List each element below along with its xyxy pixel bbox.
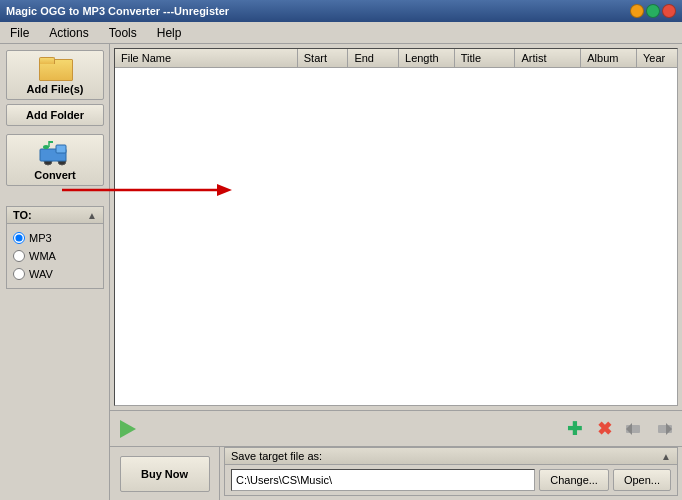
col-artist[interactable]: Artist — [515, 49, 581, 68]
menu-help[interactable]: Help — [151, 24, 188, 42]
wma-label: WMA — [29, 250, 56, 262]
save-header-label: Save target file as: — [231, 450, 322, 462]
col-start[interactable]: Start — [297, 49, 348, 68]
save-panel: Save target file as: ▲ Change... Open... — [224, 447, 678, 496]
window-controls — [630, 4, 676, 18]
remove-track-button[interactable]: ✖ — [592, 417, 616, 441]
buy-now-button[interactable]: Buy Now — [120, 456, 210, 492]
save-collapse-icon[interactable]: ▲ — [661, 451, 671, 462]
to-section: TO: ▲ MP3 WMA WAV — [6, 206, 104, 289]
x-icon: ✖ — [597, 418, 612, 440]
col-year[interactable]: Year — [636, 49, 677, 68]
open-button[interactable]: Open... — [613, 469, 671, 491]
wav-radio[interactable] — [13, 268, 25, 280]
buy-now-section: Buy Now — [110, 447, 220, 500]
convert-label: Convert — [34, 169, 76, 181]
left-arrow-icon — [624, 419, 644, 439]
right-bottom: Save target file as: ▲ Change... Open... — [220, 447, 682, 500]
title-bar: Magic OGG to MP3 Converter ---Unregister — [0, 0, 682, 22]
window-title: Magic OGG to MP3 Converter ---Unregister — [6, 5, 229, 17]
wma-option[interactable]: WMA — [13, 250, 97, 262]
convert-button[interactable]: Convert — [6, 134, 104, 186]
play-button[interactable] — [116, 417, 140, 441]
file-table-container: File Name Start End Length Title Artist … — [114, 48, 678, 406]
col-end[interactable]: End — [348, 49, 399, 68]
left-panel: Add File(s) Add Folder Convert — [0, 44, 110, 500]
wav-label: WAV — [29, 268, 53, 280]
change-button[interactable]: Change... — [539, 469, 609, 491]
plus-icon: ✚ — [567, 418, 582, 440]
right-arrow-icon — [654, 419, 674, 439]
col-album[interactable]: Album — [581, 49, 637, 68]
add-folder-button[interactable]: Add Folder — [6, 104, 104, 126]
svg-marker-8 — [626, 423, 632, 435]
play-icon — [120, 420, 136, 438]
add-folder-label: Add Folder — [26, 109, 84, 121]
main-layout: Add File(s) Add Folder Convert — [0, 44, 682, 500]
wma-radio[interactable] — [13, 250, 25, 262]
move-left-button[interactable] — [622, 417, 646, 441]
col-filename[interactable]: File Name — [115, 49, 297, 68]
convert-icon — [38, 139, 72, 167]
right-panel: File Name Start End Length Title Artist … — [110, 44, 682, 500]
col-length[interactable]: Length — [399, 49, 455, 68]
menu-actions[interactable]: Actions — [43, 24, 94, 42]
collapse-arrow-icon[interactable]: ▲ — [87, 210, 97, 221]
folder-icon — [39, 55, 71, 81]
save-header: Save target file as: ▲ — [225, 448, 677, 465]
close-button[interactable] — [662, 4, 676, 18]
to-content: MP3 WMA WAV — [7, 224, 103, 288]
bottom-area: Buy Now Save target file as: ▲ Change...… — [110, 446, 682, 500]
svg-rect-6 — [49, 141, 53, 143]
add-files-button[interactable]: Add File(s) — [6, 50, 104, 100]
wav-option[interactable]: WAV — [13, 268, 97, 280]
menu-bar: File Actions Tools Help — [0, 22, 682, 44]
svg-point-4 — [43, 145, 49, 149]
mp3-radio[interactable] — [13, 232, 25, 244]
svg-marker-10 — [666, 423, 672, 435]
col-title[interactable]: Title — [454, 49, 515, 68]
save-path-input[interactable] — [231, 469, 535, 491]
mp3-label: MP3 — [29, 232, 52, 244]
to-label: TO: — [13, 209, 32, 221]
add-track-button[interactable]: ✚ — [562, 417, 586, 441]
maximize-button[interactable] — [646, 4, 660, 18]
to-header: TO: ▲ — [7, 207, 103, 224]
mp3-option[interactable]: MP3 — [13, 232, 97, 244]
save-content: Change... Open... — [225, 465, 677, 495]
menu-file[interactable]: File — [4, 24, 35, 42]
menu-tools[interactable]: Tools — [103, 24, 143, 42]
move-right-button[interactable] — [652, 417, 676, 441]
add-files-label: Add File(s) — [27, 83, 84, 95]
file-table: File Name Start End Length Title Artist … — [115, 49, 677, 68]
svg-rect-3 — [56, 145, 66, 153]
minimize-button[interactable] — [630, 4, 644, 18]
bottom-toolbar: ✚ ✖ — [110, 410, 682, 446]
